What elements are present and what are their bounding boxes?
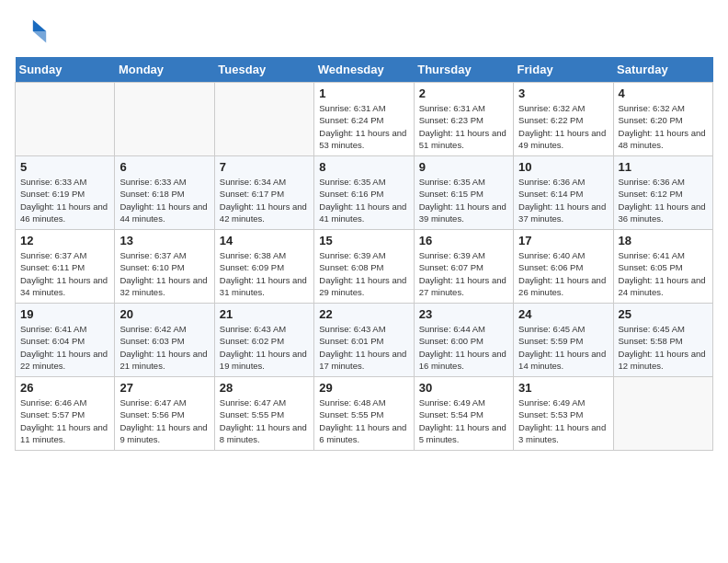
day-number: 24 bbox=[518, 307, 608, 321]
day-cell: 24Sunrise: 6:45 AM Sunset: 5:59 PM Dayli… bbox=[514, 304, 613, 377]
day-number: 19 bbox=[20, 307, 109, 321]
day-info: Sunrise: 6:36 AM Sunset: 6:12 PM Dayligh… bbox=[619, 176, 708, 224]
day-cell: 5Sunrise: 6:33 AM Sunset: 6:19 PM Daylig… bbox=[16, 156, 115, 230]
day-cell bbox=[115, 83, 214, 156]
day-number: 4 bbox=[619, 86, 708, 100]
day-info: Sunrise: 6:31 AM Sunset: 6:24 PM Dayligh… bbox=[319, 102, 408, 151]
day-cell: 1Sunrise: 6:31 AM Sunset: 6:24 PM Daylig… bbox=[314, 83, 414, 156]
weekday-header-thursday: Thursday bbox=[414, 57, 513, 83]
day-number: 20 bbox=[119, 307, 209, 321]
day-cell: 13Sunrise: 6:37 AM Sunset: 6:10 PM Dayli… bbox=[115, 230, 214, 304]
day-cell: 9Sunrise: 6:35 AM Sunset: 6:15 PM Daylig… bbox=[414, 156, 513, 230]
day-info: Sunrise: 6:39 AM Sunset: 6:07 PM Dayligh… bbox=[419, 249, 508, 298]
day-cell bbox=[214, 83, 313, 156]
day-cell: 4Sunrise: 6:32 AM Sunset: 6:20 PM Daylig… bbox=[613, 83, 712, 156]
weekday-header-friday: Friday bbox=[514, 57, 613, 83]
day-info: Sunrise: 6:43 AM Sunset: 6:02 PM Dayligh… bbox=[220, 323, 309, 372]
day-cell: 27Sunrise: 6:47 AM Sunset: 5:56 PM Dayli… bbox=[115, 377, 214, 451]
week-row-2: 12Sunrise: 6:37 AM Sunset: 6:11 PM Dayli… bbox=[16, 230, 713, 304]
day-number: 29 bbox=[319, 381, 408, 395]
day-number: 5 bbox=[20, 160, 109, 174]
day-number: 1 bbox=[319, 86, 408, 100]
weekday-header-row: SundayMondayTuesdayWednesdayThursdayFrid… bbox=[16, 57, 713, 83]
day-number: 13 bbox=[119, 234, 209, 247]
day-info: Sunrise: 6:37 AM Sunset: 6:10 PM Dayligh… bbox=[119, 249, 209, 298]
day-number: 16 bbox=[419, 234, 508, 247]
day-info: Sunrise: 6:39 AM Sunset: 6:08 PM Dayligh… bbox=[319, 249, 408, 298]
day-number: 31 bbox=[518, 381, 608, 395]
day-number: 23 bbox=[419, 307, 508, 321]
day-info: Sunrise: 6:48 AM Sunset: 5:55 PM Dayligh… bbox=[319, 396, 408, 445]
weekday-header-wednesday: Wednesday bbox=[314, 57, 414, 83]
day-info: Sunrise: 6:43 AM Sunset: 6:01 PM Dayligh… bbox=[319, 323, 408, 372]
day-info: Sunrise: 6:41 AM Sunset: 6:05 PM Dayligh… bbox=[619, 249, 708, 298]
day-cell: 20Sunrise: 6:42 AM Sunset: 6:03 PM Dayli… bbox=[115, 304, 214, 377]
day-cell: 8Sunrise: 6:35 AM Sunset: 6:16 PM Daylig… bbox=[314, 156, 414, 230]
day-cell: 21Sunrise: 6:43 AM Sunset: 6:02 PM Dayli… bbox=[214, 304, 313, 377]
week-row-3: 19Sunrise: 6:41 AM Sunset: 6:04 PM Dayli… bbox=[16, 304, 713, 377]
day-cell: 25Sunrise: 6:45 AM Sunset: 5:58 PM Dayli… bbox=[613, 304, 712, 377]
day-info: Sunrise: 6:38 AM Sunset: 6:09 PM Dayligh… bbox=[220, 249, 309, 298]
weekday-header-monday: Monday bbox=[115, 57, 214, 83]
day-number: 7 bbox=[220, 160, 309, 174]
day-number: 17 bbox=[518, 234, 608, 247]
logo-icon bbox=[15, 15, 48, 48]
day-number: 3 bbox=[518, 86, 608, 100]
day-number: 18 bbox=[619, 234, 708, 247]
day-info: Sunrise: 6:31 AM Sunset: 6:23 PM Dayligh… bbox=[419, 102, 508, 151]
calendar-container: SundayMondayTuesdayWednesdayThursdayFrid… bbox=[0, 0, 728, 563]
day-cell: 28Sunrise: 6:47 AM Sunset: 5:55 PM Dayli… bbox=[214, 377, 313, 451]
day-number: 9 bbox=[419, 160, 508, 174]
day-info: Sunrise: 6:40 AM Sunset: 6:06 PM Dayligh… bbox=[518, 249, 608, 298]
day-cell: 15Sunrise: 6:39 AM Sunset: 6:08 PM Dayli… bbox=[314, 230, 414, 304]
day-info: Sunrise: 6:49 AM Sunset: 5:54 PM Dayligh… bbox=[419, 396, 508, 445]
day-cell: 29Sunrise: 6:48 AM Sunset: 5:55 PM Dayli… bbox=[314, 377, 414, 451]
day-cell: 18Sunrise: 6:41 AM Sunset: 6:05 PM Dayli… bbox=[613, 230, 712, 304]
day-info: Sunrise: 6:47 AM Sunset: 5:56 PM Dayligh… bbox=[119, 396, 209, 445]
week-row-1: 5Sunrise: 6:33 AM Sunset: 6:19 PM Daylig… bbox=[16, 156, 713, 230]
day-info: Sunrise: 6:37 AM Sunset: 6:11 PM Dayligh… bbox=[20, 249, 109, 298]
day-cell bbox=[613, 377, 712, 451]
day-cell: 14Sunrise: 6:38 AM Sunset: 6:09 PM Dayli… bbox=[214, 230, 313, 304]
day-cell: 12Sunrise: 6:37 AM Sunset: 6:11 PM Dayli… bbox=[16, 230, 115, 304]
day-cell: 19Sunrise: 6:41 AM Sunset: 6:04 PM Dayli… bbox=[16, 304, 115, 377]
weekday-header-sunday: Sunday bbox=[16, 57, 115, 83]
svg-marker-0 bbox=[33, 19, 46, 31]
day-number: 2 bbox=[419, 86, 508, 100]
day-cell: 7Sunrise: 6:34 AM Sunset: 6:17 PM Daylig… bbox=[214, 156, 313, 230]
day-number: 26 bbox=[20, 381, 109, 395]
day-info: Sunrise: 6:33 AM Sunset: 6:18 PM Dayligh… bbox=[119, 176, 209, 224]
day-number: 12 bbox=[20, 234, 109, 247]
day-info: Sunrise: 6:44 AM Sunset: 6:00 PM Dayligh… bbox=[419, 323, 508, 372]
day-info: Sunrise: 6:32 AM Sunset: 6:20 PM Dayligh… bbox=[619, 102, 708, 151]
day-cell: 22Sunrise: 6:43 AM Sunset: 6:01 PM Dayli… bbox=[314, 304, 414, 377]
week-row-4: 26Sunrise: 6:46 AM Sunset: 5:57 PM Dayli… bbox=[16, 377, 713, 451]
day-info: Sunrise: 6:34 AM Sunset: 6:17 PM Dayligh… bbox=[220, 176, 309, 224]
day-cell: 23Sunrise: 6:44 AM Sunset: 6:00 PM Dayli… bbox=[414, 304, 513, 377]
weekday-header-tuesday: Tuesday bbox=[214, 57, 313, 83]
day-cell: 26Sunrise: 6:46 AM Sunset: 5:57 PM Dayli… bbox=[16, 377, 115, 451]
day-cell: 16Sunrise: 6:39 AM Sunset: 6:07 PM Dayli… bbox=[414, 230, 513, 304]
day-cell: 6Sunrise: 6:33 AM Sunset: 6:18 PM Daylig… bbox=[115, 156, 214, 230]
day-number: 30 bbox=[419, 381, 508, 395]
day-number: 15 bbox=[319, 234, 408, 247]
day-info: Sunrise: 6:45 AM Sunset: 5:58 PM Dayligh… bbox=[619, 323, 708, 372]
day-info: Sunrise: 6:47 AM Sunset: 5:55 PM Dayligh… bbox=[220, 396, 309, 445]
calendar-table: SundayMondayTuesdayWednesdayThursdayFrid… bbox=[15, 57, 713, 451]
day-info: Sunrise: 6:45 AM Sunset: 5:59 PM Dayligh… bbox=[518, 323, 608, 372]
logo bbox=[15, 15, 51, 48]
day-cell: 3Sunrise: 6:32 AM Sunset: 6:22 PM Daylig… bbox=[514, 83, 613, 156]
day-info: Sunrise: 6:42 AM Sunset: 6:03 PM Dayligh… bbox=[119, 323, 209, 372]
day-info: Sunrise: 6:41 AM Sunset: 6:04 PM Dayligh… bbox=[20, 323, 109, 372]
svg-marker-1 bbox=[33, 31, 46, 43]
day-cell: 31Sunrise: 6:49 AM Sunset: 5:53 PM Dayli… bbox=[514, 377, 613, 451]
day-info: Sunrise: 6:46 AM Sunset: 5:57 PM Dayligh… bbox=[20, 396, 109, 445]
day-number: 25 bbox=[619, 307, 708, 321]
day-number: 10 bbox=[518, 160, 608, 174]
week-row-0: 1Sunrise: 6:31 AM Sunset: 6:24 PM Daylig… bbox=[16, 83, 713, 156]
day-info: Sunrise: 6:33 AM Sunset: 6:19 PM Dayligh… bbox=[20, 176, 109, 224]
day-cell: 17Sunrise: 6:40 AM Sunset: 6:06 PM Dayli… bbox=[514, 230, 613, 304]
day-number: 21 bbox=[220, 307, 309, 321]
day-number: 27 bbox=[119, 381, 209, 395]
day-cell: 11Sunrise: 6:36 AM Sunset: 6:12 PM Dayli… bbox=[613, 156, 712, 230]
